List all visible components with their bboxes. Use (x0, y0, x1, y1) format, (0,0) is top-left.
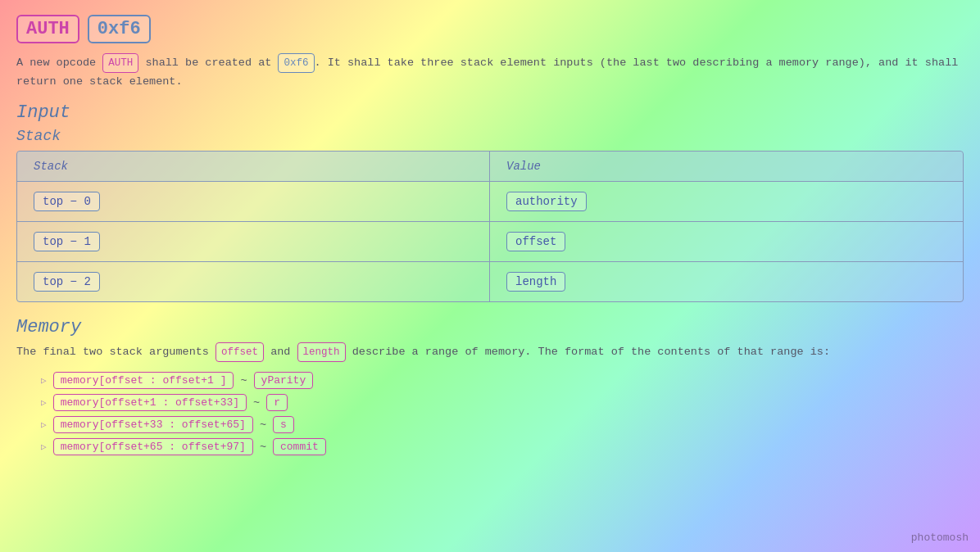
bullet-val-2: s (273, 416, 294, 433)
memory-description: The final two stack arguments offset and… (16, 342, 964, 362)
desc-text-before: A new opcode (16, 57, 102, 69)
stack-val-1: top − 1 (34, 232, 100, 251)
tilde-1: ~ (253, 396, 260, 409)
col2-header: Value (490, 152, 963, 181)
bullet-code-1: memory[offset+1 : offset+33] (53, 394, 247, 411)
memory-section: Memory The final two stack arguments off… (16, 317, 964, 455)
watermark: photomosh (911, 532, 969, 544)
mem-offset-inline: offset (216, 342, 264, 362)
cell-value-0: authority (490, 182, 963, 221)
desc-text-between: shall be created at (138, 57, 278, 69)
auth-badge: AUTH (16, 15, 79, 43)
cell-stack-2: top − 2 (17, 262, 490, 301)
tilde-3: ~ (260, 441, 266, 453)
title-row: AUTH 0xf6 (16, 15, 964, 43)
hex-badge: 0xf6 (88, 15, 151, 43)
mem-desc-middle: and (264, 346, 297, 358)
memory-heading: Memory (16, 317, 964, 337)
table-row: top − 0 authority (17, 182, 963, 222)
cell-stack-1: top − 1 (17, 222, 490, 261)
bullet-val-3: commit (273, 438, 326, 455)
bullet-code-3: memory[offset+65 : offset+97] (53, 438, 253, 455)
stack-val-0: top − 0 (34, 192, 100, 211)
mem-length-inline: length (297, 342, 346, 362)
table-row: top − 1 offset (17, 222, 963, 262)
list-item: memory[offset+65 : offset+97] ~ commit (41, 438, 964, 455)
bullet-code-2: memory[offset+33 : offset+65] (53, 416, 253, 433)
mem-desc-prefix: The final two stack arguments (16, 346, 216, 358)
desc-auth-inline: AUTH (102, 53, 138, 73)
list-item: memory[offset+1 : offset+33] ~ r (41, 394, 964, 411)
cell-value-1: offset (490, 222, 963, 261)
input-heading: Input (16, 102, 964, 123)
value-val-0: authority (506, 192, 587, 211)
mem-desc-suffix: describe a range of memory. The format o… (346, 346, 830, 358)
cell-value-2: length (490, 262, 963, 301)
value-val-1: offset (506, 232, 565, 251)
value-val-2: length (506, 272, 565, 292)
list-item: memory[offset+33 : offset+65] ~ s (41, 416, 964, 433)
cell-stack-0: top − 0 (17, 182, 490, 221)
bullet-code-0: memory[offset : offset+1 ] (53, 372, 234, 389)
bullet-val-0: yParity (254, 372, 314, 389)
col1-header: Stack (17, 152, 490, 181)
table-row: top − 2 length (17, 262, 963, 301)
bullet-val-1: r (266, 394, 288, 411)
desc-hex-inline: 0xf6 (278, 53, 314, 73)
description: A new opcode AUTH shall be created at 0x… (16, 53, 959, 91)
stack-table: Stack Value top − 0 authority top − 1 of… (16, 151, 964, 302)
memory-bullets: memory[offset : offset+1 ] ~ yParity mem… (16, 372, 964, 455)
tilde-0: ~ (240, 374, 247, 387)
tilde-2: ~ (260, 419, 266, 431)
table-header: Stack Value (17, 152, 963, 182)
list-item: memory[offset : offset+1 ] ~ yParity (41, 372, 964, 389)
stack-heading: Stack (16, 128, 964, 144)
stack-val-2: top − 2 (34, 272, 100, 292)
